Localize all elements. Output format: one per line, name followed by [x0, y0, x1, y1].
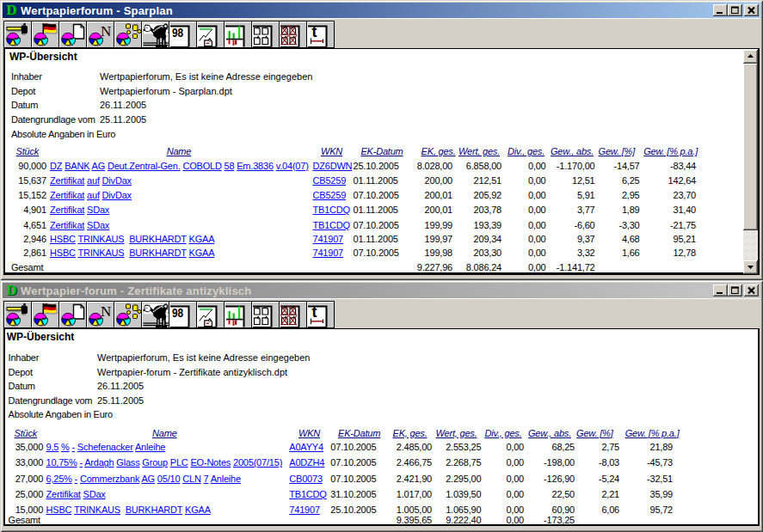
security-name-link[interactable]: Zertifikat	[46, 489, 81, 499]
security-name-link[interactable]: SDax	[87, 205, 109, 215]
col-header-gew-pa[interactable]: Gew. [% p.a.]	[611, 428, 680, 439]
toolbar-button-bear[interactable]	[141, 21, 169, 48]
toolbar-button-four-documents-crossed[interactable]	[279, 301, 307, 328]
security-name-link[interactable]: HSBC	[46, 504, 72, 515]
security-name-link[interactable]: AG	[92, 161, 106, 171]
security-name-link[interactable]: Ardagh	[84, 457, 114, 468]
security-name-link[interactable]: Zertifikat	[50, 190, 84, 200]
security-name-link[interactable]: 2005(07/15)	[233, 457, 282, 468]
security-name-link[interactable]: AG	[141, 474, 155, 484]
toolbar-button-time-axis[interactable]: t	[306, 21, 335, 48]
security-name-link[interactable]: TRINKAUS	[77, 234, 124, 244]
security-name-link[interactable]: Glass	[116, 457, 139, 468]
security-name-link[interactable]: Em.3836	[237, 161, 274, 171]
security-name-link[interactable]: Group	[142, 457, 168, 468]
security-name-link[interactable]: BURKHARDT	[126, 504, 182, 515]
security-name-link[interactable]: DivDax	[102, 175, 132, 186]
wkn-link[interactable]: CB5259	[313, 175, 347, 186]
security-name-link[interactable]: Anleihe	[135, 442, 165, 452]
security-name-link[interactable]: 10,75%	[46, 457, 77, 468]
wkn-link[interactable]: A0AYY4	[289, 442, 323, 452]
security-name-link[interactable]: KGAA	[189, 248, 215, 258]
col-header-name[interactable]: Name	[152, 428, 177, 439]
security-name-link[interactable]: -	[79, 457, 82, 468]
security-name-link[interactable]: TRINKAUS	[77, 248, 124, 258]
toolbar-button-page-98[interactable]: 98	[169, 301, 197, 328]
security-name-link[interactable]: CLN	[182, 474, 200, 484]
security-name-link[interactable]: 6,25%	[46, 474, 72, 484]
titlebar[interactable]: DD Wertpapierforum - Sparplan	[3, 3, 760, 18]
toolbar-button-bear[interactable]	[141, 301, 169, 328]
security-name-link[interactable]: 7	[203, 474, 208, 484]
wkn-link[interactable]: 741907	[313, 234, 344, 244]
minimize-button[interactable]	[713, 284, 728, 297]
security-name-link[interactable]: KGAA	[189, 234, 215, 244]
toolbar-button-page-98[interactable]: 98	[169, 21, 197, 48]
toolbar-button-pie-letter-n[interactable]: N	[86, 21, 114, 48]
security-name-link[interactable]: EO-Notes	[190, 457, 231, 468]
col-header-stueck[interactable]: Stück	[15, 428, 38, 439]
wkn-link[interactable]: TB1CDQ	[313, 220, 350, 230]
toolbar-button-pie-letter-n[interactable]: N	[86, 301, 114, 328]
security-name-link[interactable]: auf	[87, 175, 100, 186]
wkn-link[interactable]: TB1CDQ	[313, 205, 350, 215]
scroll-up-button[interactable]	[743, 50, 758, 64]
wkn-link[interactable]: CB0073	[289, 474, 323, 484]
security-name-link[interactable]: -	[72, 442, 75, 452]
security-name-link[interactable]: Zertifikat	[50, 220, 84, 230]
col-header-gew-pa[interactable]: Gew. [% p.a.]	[629, 146, 698, 157]
toolbar-button-pie-hammer[interactable]	[3, 21, 32, 48]
toolbar-button-pie-german-flag[interactable]	[31, 21, 59, 48]
toolbar-button-pie-hammer[interactable]	[3, 301, 32, 328]
toolbar-button-four-documents[interactable]	[251, 21, 280, 48]
wkn-link[interactable]: 741907	[289, 504, 320, 515]
security-name-link[interactable]: auf	[87, 190, 100, 200]
security-name-link[interactable]: Zertifikat	[50, 175, 84, 186]
toolbar-button-bar-chart-gain-loss[interactable]	[224, 21, 252, 48]
security-name-link[interactable]: 9,5	[46, 442, 59, 452]
toolbar-button-pie-bubbles[interactable]	[114, 301, 142, 328]
toolbar-button-pie-bubbles[interactable]	[114, 21, 142, 48]
security-name-link[interactable]: v.04(07)	[276, 161, 309, 171]
col-header-gew-pct[interactable]: Gew. [%]	[566, 146, 635, 157]
security-name-link[interactable]: 58	[225, 161, 235, 171]
security-name-link[interactable]: Schefenacker	[77, 442, 133, 452]
security-name-link[interactable]: Commerzbank	[80, 474, 139, 484]
security-name-link[interactable]: BURKHARDT	[129, 234, 186, 244]
col-header-stueck[interactable]: Stück	[16, 146, 40, 157]
security-name-link[interactable]: Zertifikat	[50, 205, 84, 215]
security-name-link[interactable]: COBOLD	[182, 161, 221, 171]
toolbar-button-pie-document[interactable]	[58, 301, 87, 328]
titlebar[interactable]: DD Wertpapier-forum - Zertifikate antizy…	[3, 283, 760, 298]
maximize-button[interactable]	[728, 284, 742, 297]
toolbar-button-chart-line-document[interactable]	[196, 21, 225, 48]
col-header-name[interactable]: Name	[167, 146, 192, 157]
col-header-gew-pct[interactable]: Gew. [%]	[545, 428, 613, 439]
minimize-button[interactable]	[713, 4, 728, 16]
security-name-link[interactable]: Deut.Zentral-Gen.	[108, 161, 181, 171]
wkn-link[interactable]: 741907	[313, 248, 344, 258]
wkn-link[interactable]: CB5259	[313, 190, 347, 200]
toolbar-button-four-documents-crossed[interactable]	[279, 21, 307, 48]
security-name-link[interactable]: HSBC	[50, 248, 76, 258]
security-name-link[interactable]: DivDax	[102, 190, 132, 200]
security-name-link[interactable]: KGAA	[185, 504, 211, 515]
security-name-link[interactable]: DZ	[50, 161, 62, 171]
maximize-button[interactable]	[728, 4, 742, 16]
security-name-link[interactable]: PLC	[170, 457, 188, 468]
wkn-link[interactable]: A0DZH4	[289, 457, 324, 468]
close-button[interactable]	[744, 284, 759, 297]
security-name-link[interactable]: SDax	[87, 220, 109, 230]
security-name-link[interactable]: %	[61, 442, 70, 452]
security-name-link[interactable]: BANK	[65, 161, 89, 171]
toolbar-button-chart-line-document[interactable]	[196, 301, 225, 328]
wkn-link[interactable]: DZ6DWN	[313, 161, 353, 171]
security-name-link[interactable]: BURKHARDT	[129, 248, 186, 258]
close-button[interactable]	[744, 4, 759, 16]
security-name-link[interactable]: 05/10	[157, 474, 181, 484]
toolbar-button-bar-chart-gain-loss[interactable]	[224, 301, 252, 328]
toolbar-button-pie-german-flag[interactable]	[31, 301, 59, 328]
security-name-link[interactable]: -	[75, 474, 77, 484]
wkn-link[interactable]: TB1CDQ	[289, 489, 326, 499]
security-name-link[interactable]: HSBC	[50, 234, 76, 244]
